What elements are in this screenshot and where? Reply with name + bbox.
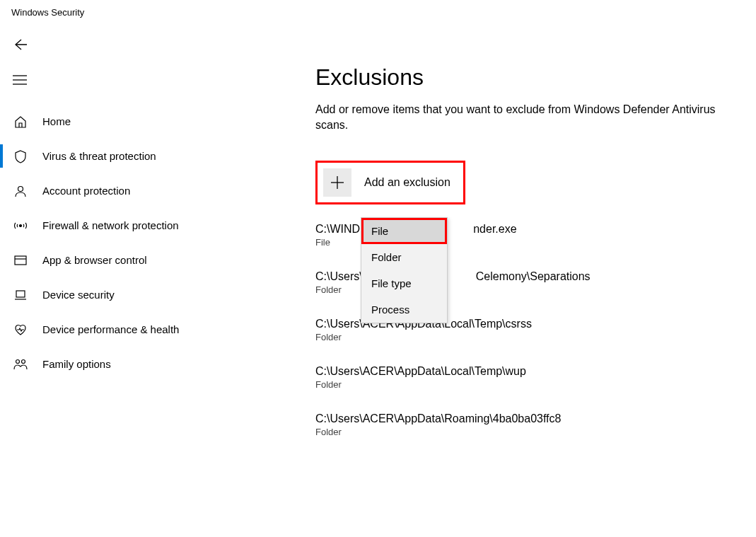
- sidebar-item-label: Virus & threat protection: [42, 150, 156, 162]
- sidebar-item-label: Device security: [42, 289, 115, 301]
- dropdown-item-file[interactable]: File: [361, 218, 447, 244]
- home-icon: [13, 114, 28, 129]
- sidebar-item-firewall[interactable]: Firewall & network protection: [0, 208, 240, 243]
- family-icon: [13, 357, 28, 372]
- add-exclusion-label: Add an exclusion: [364, 176, 450, 189]
- svg-point-9: [22, 359, 25, 363]
- exclusion-type: Folder: [315, 332, 739, 342]
- svg-point-4: [20, 224, 22, 226]
- svg-point-3: [18, 186, 23, 191]
- sidebar-item-label: Home: [42, 115, 71, 127]
- signal-icon: [13, 218, 28, 233]
- exclusion-item[interactable]: C:\Users\ACER\AppData\Local\Temp\wup Fol…: [315, 365, 739, 390]
- exclusion-type-dropdown: File Folder File type Process: [361, 217, 448, 323]
- sidebar-item-label: Firewall & network protection: [42, 219, 179, 231]
- svg-rect-5: [15, 256, 26, 265]
- sidebar-item-device-security[interactable]: Device security: [0, 277, 240, 312]
- sidebar: Home Virus & threat protection Account p…: [0, 21, 240, 381]
- sidebar-item-label: App & browser control: [42, 254, 147, 266]
- person-icon: [13, 183, 28, 199]
- add-exclusion-button[interactable]: Add an exclusion: [315, 161, 465, 204]
- laptop-icon: [13, 287, 28, 303]
- sidebar-item-app-browser[interactable]: App & browser control: [0, 243, 240, 277]
- dropdown-item-folder[interactable]: Folder: [361, 244, 447, 270]
- back-button[interactable]: [0, 30, 28, 59]
- back-arrow-icon: [13, 37, 27, 52]
- exclusion-path: C:\Users\ACER\AppData\Local\Temp\wup: [315, 365, 739, 378]
- exclusion-item[interactable]: C:\Users\ACER\AppData\Roaming\4ba0ba03ff…: [315, 412, 739, 437]
- sidebar-item-virus-threat[interactable]: Virus & threat protection: [0, 139, 240, 173]
- plus-icon: [323, 168, 351, 197]
- sidebar-item-label: Family options: [42, 358, 111, 370]
- page-description: Add or remove items that you want to exc…: [315, 102, 739, 134]
- exclusion-path: C:\Users\ACER\AppData\Roaming\4ba0ba03ff…: [315, 412, 739, 425]
- exclusion-type: Folder: [315, 427, 739, 437]
- sidebar-item-performance[interactable]: Device performance & health: [0, 312, 240, 347]
- sidebar-item-label: Device performance & health: [42, 323, 179, 335]
- sidebar-item-label: Account protection: [42, 185, 130, 197]
- sidebar-item-home[interactable]: Home: [0, 104, 240, 139]
- sidebar-item-account[interactable]: Account protection: [0, 173, 240, 208]
- exclusion-type: Folder: [315, 379, 739, 390]
- svg-point-8: [16, 359, 20, 363]
- hamburger-button[interactable]: [0, 66, 28, 94]
- heart-icon: [13, 322, 28, 337]
- dropdown-item-process[interactable]: Process: [361, 296, 447, 323]
- sidebar-item-family[interactable]: Family options: [0, 347, 240, 381]
- hamburger-icon: [13, 75, 27, 85]
- svg-rect-7: [16, 291, 25, 297]
- page-title: Exclusions: [315, 64, 739, 91]
- dropdown-item-filetype[interactable]: File type: [361, 270, 447, 296]
- shield-icon: [13, 149, 28, 164]
- browser-icon: [13, 253, 28, 268]
- window-title: Windows Security: [0, 0, 756, 21]
